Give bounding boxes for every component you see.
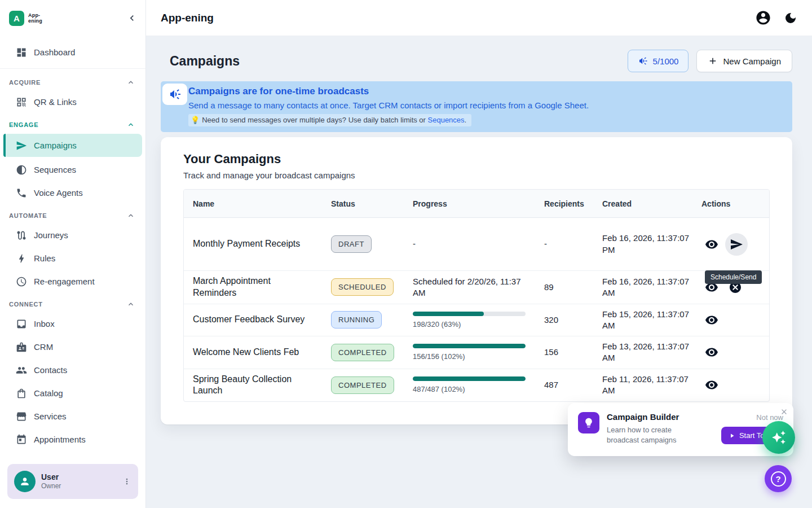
avatar <box>14 471 36 492</box>
actions-cell <box>701 342 760 362</box>
help-button[interactable]: ? <box>765 465 792 492</box>
eye-icon <box>705 378 718 392</box>
actions-cell: Schedule/Send <box>701 233 760 256</box>
status-cell: RUNNING <box>331 311 413 329</box>
person-icon <box>19 476 30 487</box>
sidebar-item-crm[interactable]: CRM <box>0 335 145 358</box>
sidebar: A App- ening Dashboard ACQUIRE QR & Link… <box>0 0 146 508</box>
not-now-button[interactable]: Not now <box>756 413 783 422</box>
column-header-recipients: Recipients <box>544 199 602 208</box>
status-badge: DRAFT <box>331 235 372 253</box>
quota-label: 5/1000 <box>653 56 679 66</box>
campaign-name: Monthly Payment Receipts <box>193 238 331 250</box>
status-cell: DRAFT <box>331 235 413 253</box>
user-card[interactable]: User Owner <box>7 464 138 499</box>
sidebar-item-label: Services <box>34 411 67 421</box>
send-icon <box>16 140 27 151</box>
sidebar-item-label: Contacts <box>34 365 67 375</box>
info-banner: Campaigns are for one-time broadcasts Se… <box>161 81 792 132</box>
view-button[interactable] <box>701 310 722 330</box>
sidebar-item-journeys[interactable]: Journeys <box>0 224 145 247</box>
view-button[interactable] <box>701 375 722 395</box>
lightning-icon <box>16 253 27 264</box>
new-campaign-label: New Campaign <box>723 56 781 66</box>
sidebar-item-qr-links[interactable]: QR & Links <box>0 90 145 113</box>
question-mark-icon: ? <box>771 471 786 487</box>
qr-code-icon <box>16 97 27 108</box>
app-title: App-ening <box>161 12 214 24</box>
sidebar-collapse-button[interactable] <box>126 12 138 24</box>
chevron-up-icon <box>126 211 135 220</box>
progress-bar-fill <box>413 376 526 381</box>
status-cell: SCHEDULED <box>331 278 413 296</box>
sidebar-item-dashboard[interactable]: Dashboard <box>0 41 145 64</box>
sidebar-item-appointments[interactable]: Appointments <box>0 428 145 451</box>
app-logo[interactable]: A App- ening <box>9 11 42 26</box>
sidebar-item-re-engagement[interactable]: Re-engagement <box>0 270 145 293</box>
lightbulb-icon <box>583 417 594 428</box>
sidebar-item-inbox[interactable]: Inbox <box>0 312 145 335</box>
sidebar-item-rules[interactable]: Rules <box>0 247 145 270</box>
table-row: March Appointment Reminders SCHEDULED Sc… <box>184 271 769 304</box>
sidebar-item-campaigns[interactable]: Campaigns <box>3 134 142 157</box>
new-campaign-button[interactable]: New Campaign <box>696 50 792 72</box>
user-menu-button[interactable] <box>122 477 131 486</box>
popup-text: Campaign Builder Learn how to create bro… <box>607 412 694 448</box>
sparkles-icon <box>771 430 786 445</box>
play-icon <box>729 432 735 439</box>
status-badge: RUNNING <box>331 311 382 329</box>
calendar-icon <box>16 434 27 445</box>
logo-text-line2: ening <box>28 18 42 24</box>
user-role: Owner <box>41 482 61 491</box>
sidebar-item-sequences[interactable]: Sequences <box>0 158 145 181</box>
section-automate[interactable]: AUTOMATE <box>0 204 145 224</box>
campaign-name: Spring Beauty Collection Launch <box>193 374 331 397</box>
recipients-cell: 89 <box>544 282 602 293</box>
account-button[interactable] <box>755 10 771 26</box>
table-row: Monthly Payment Receipts DRAFT - - Feb 1… <box>184 218 769 271</box>
schedule-send-button[interactable] <box>725 233 748 256</box>
created-cell: Feb 16, 2026, 11:37:07 PM <box>602 233 701 256</box>
sidebar-item-services[interactable]: Services <box>0 405 145 428</box>
section-connect[interactable]: CONNECT <box>0 293 145 312</box>
sequences-link[interactable]: Sequences <box>428 116 465 124</box>
dark-mode-toggle[interactable] <box>784 11 797 25</box>
progress-bar <box>413 312 526 316</box>
popup-close-button[interactable] <box>780 408 788 416</box>
section-engage[interactable]: ENGAGE <box>0 113 145 133</box>
view-button[interactable] <box>701 342 722 362</box>
sidebar-item-contacts[interactable]: Contacts <box>0 358 145 382</box>
progress-text: 487/487 (102%) <box>413 385 535 393</box>
campaign-name: Customer Feedback Survey <box>193 314 331 326</box>
section-acquire[interactable]: ACQUIRE <box>0 71 145 90</box>
progress-cell: 487/487 (102%) <box>413 376 544 393</box>
recipients-cell: - <box>544 238 602 249</box>
view-button[interactable] <box>701 234 722 255</box>
banner-body: Send a message to many contacts at once.… <box>188 100 783 110</box>
campaign-name: Welcome New Clients Feb <box>193 347 331 358</box>
user-name: User <box>41 472 61 483</box>
sidebar-item-label: Rules <box>34 253 55 263</box>
created-cell: Feb 15, 2026, 11:37:07 AM <box>602 309 701 332</box>
column-header-status: Status <box>331 199 413 208</box>
dashboard-icon <box>16 47 27 58</box>
assistant-fab[interactable] <box>762 421 795 454</box>
eye-icon <box>705 345 718 359</box>
chevron-up-icon <box>126 300 135 309</box>
sidebar-item-label: Sequences <box>34 165 76 174</box>
progress-bar <box>413 344 526 348</box>
send-icon <box>730 238 743 251</box>
close-icon <box>780 408 788 416</box>
sidebar-item-voice-agents[interactable]: Voice Agents <box>0 181 145 204</box>
account-circle-icon <box>755 10 771 26</box>
sidebar-item-label: Campaigns <box>34 141 77 150</box>
sidebar-item-label: CRM <box>34 342 53 352</box>
banner-title: Campaigns are for one-time broadcasts <box>188 86 783 97</box>
status-cell: COMPLETED <box>331 344 413 361</box>
banner-note-text: Need to send messages over multiple days… <box>202 116 427 124</box>
recipients-cell: 487 <box>544 379 602 391</box>
sidebar-item-catalog[interactable]: Catalog <box>0 382 145 405</box>
quota-button[interactable]: 5/1000 <box>628 50 689 72</box>
chevron-left-icon <box>126 12 138 24</box>
topbar: App-ening <box>146 0 812 36</box>
